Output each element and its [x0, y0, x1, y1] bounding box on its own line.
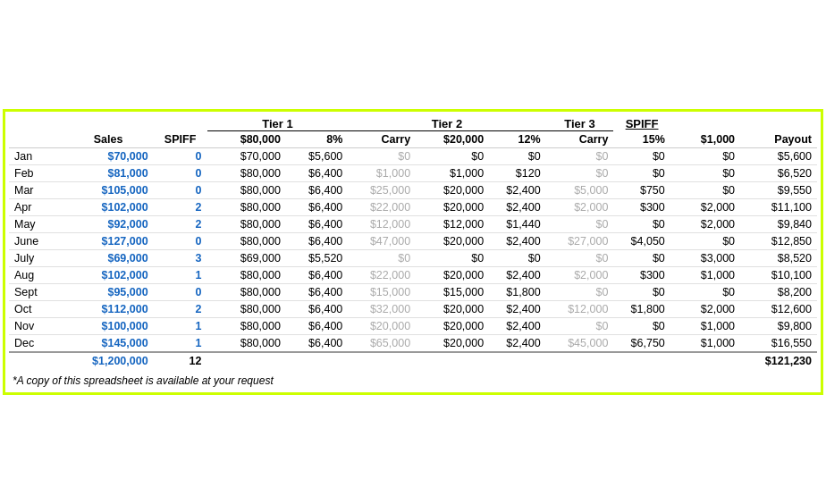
- cell-sales: $70,000: [63, 148, 154, 165]
- cell-payout: $9,550: [740, 182, 817, 199]
- cell-t2cap: $20,000: [416, 182, 489, 199]
- cell-t2carry: $2,000: [546, 267, 614, 284]
- cell-sales: $102,000: [63, 199, 154, 216]
- cell-month: Mar: [9, 182, 63, 199]
- cell-t1cap: $70,000: [207, 148, 286, 165]
- empty-header2: [670, 115, 740, 131]
- table-row: June$127,0000$80,000$6,400$47,000$20,000…: [9, 233, 817, 250]
- cell-spiffval: $2,000: [670, 216, 740, 233]
- cell-t1cap: $80,000: [207, 199, 286, 216]
- cell-t2cap: $20,000: [416, 318, 489, 335]
- cell-t2carry: $0: [546, 216, 614, 233]
- cell-spiff: 0: [154, 284, 207, 301]
- cell-sales: $81,000: [63, 165, 154, 182]
- cell-t2earn: $2,400: [489, 301, 545, 318]
- col-carry-header: Carry: [348, 131, 416, 148]
- cell-spiffval: $2,000: [670, 199, 740, 216]
- cell-sales: $127,000: [63, 233, 154, 250]
- col-t1pct-header: 8%: [286, 131, 348, 148]
- cell-spiffval: $3,000: [670, 250, 740, 267]
- tier3-header: Tier 3: [546, 115, 614, 131]
- total-month: [9, 352, 63, 369]
- cell-t1earn: $5,600: [286, 148, 348, 165]
- table-row: Oct$112,0002$80,000$6,400$32,000$20,000$…: [9, 301, 817, 318]
- cell-t1cap: $69,000: [207, 250, 286, 267]
- table-row: Mar$105,0000$80,000$6,400$25,000$20,000$…: [9, 182, 817, 199]
- cell-sales: $112,000: [63, 301, 154, 318]
- tier-header-row: Tier 1 Tier 2 Tier 3 SPIFF: [9, 115, 817, 131]
- cell-t2earn: $2,400: [489, 182, 545, 199]
- cell-t3earn: $1,800: [613, 301, 670, 318]
- cell-t2earn: $1,440: [489, 216, 545, 233]
- cell-t2earn: $1,800: [489, 284, 545, 301]
- cell-t1earn: $6,400: [286, 335, 348, 353]
- table-row: Aug$102,0001$80,000$6,400$22,000$20,000$…: [9, 267, 817, 284]
- cell-t3earn: $0: [613, 216, 670, 233]
- cell-spiff: 2: [154, 199, 207, 216]
- tier1-header: Tier 1: [207, 115, 349, 131]
- cell-payout: $12,850: [740, 233, 817, 250]
- total-row: $1,200,000 12 $121,230: [9, 352, 817, 369]
- cell-carry: $20,000: [348, 318, 416, 335]
- cell-carry: $22,000: [348, 199, 416, 216]
- total-empty: [207, 352, 741, 369]
- col-spiff-header: SPIFF: [154, 131, 207, 148]
- cell-t3earn: $4,050: [613, 233, 670, 250]
- cell-payout: $11,100: [740, 199, 817, 216]
- cell-carry: $15,000: [348, 284, 416, 301]
- cell-t2carry: $0: [546, 250, 614, 267]
- cell-t2carry: $45,000: [546, 335, 614, 353]
- cell-t3earn: $0: [613, 250, 670, 267]
- cell-spiff: 1: [154, 335, 207, 353]
- col-spiffval-header: $1,000: [670, 131, 740, 148]
- table-row: Dec$145,0001$80,000$6,400$65,000$20,000$…: [9, 335, 817, 353]
- cell-month: July: [9, 250, 63, 267]
- cell-t2earn: $2,400: [489, 335, 545, 353]
- cell-t3earn: $0: [613, 165, 670, 182]
- cell-spiffval: $2,000: [670, 301, 740, 318]
- cell-month: Oct: [9, 301, 63, 318]
- cell-t2carry: $5,000: [546, 182, 614, 199]
- cell-carry: $22,000: [348, 267, 416, 284]
- col-sales-header: Sales: [63, 131, 154, 148]
- col-t2cap-header: $20,000: [416, 131, 489, 148]
- cell-t2carry: $27,000: [546, 233, 614, 250]
- cell-t1cap: $80,000: [207, 216, 286, 233]
- col-t1cap-header: $80,000: [207, 131, 286, 148]
- cell-t2earn: $120: [489, 165, 545, 182]
- cell-spiff: 0: [154, 148, 207, 165]
- cell-payout: $5,600: [740, 148, 817, 165]
- cell-t1earn: $6,400: [286, 199, 348, 216]
- cell-month: Apr: [9, 199, 63, 216]
- cell-sales: $92,000: [63, 216, 154, 233]
- cell-spiff: 1: [154, 318, 207, 335]
- tier2-header: Tier 2: [348, 115, 545, 131]
- cell-t2carry: $2,000: [546, 199, 614, 216]
- cell-t3earn: $0: [613, 284, 670, 301]
- table-row: Nov$100,0001$80,000$6,400$20,000$20,000$…: [9, 318, 817, 335]
- cell-month: May: [9, 216, 63, 233]
- cell-t2earn: $2,400: [489, 318, 545, 335]
- col-t3pct-header: 15%: [613, 131, 670, 148]
- cell-t2carry: $0: [546, 318, 614, 335]
- commission-table: Tier 1 Tier 2 Tier 3 SPIFF Sales SPIFF $…: [9, 115, 817, 389]
- cell-month: Sept: [9, 284, 63, 301]
- cell-carry: $32,000: [348, 301, 416, 318]
- cell-t2earn: $0: [489, 148, 545, 165]
- cell-t1cap: $80,000: [207, 267, 286, 284]
- cell-t3earn: $0: [613, 148, 670, 165]
- cell-t1earn: $6,400: [286, 301, 348, 318]
- cell-payout: $10,100: [740, 267, 817, 284]
- total-sales: $1,200,000: [63, 352, 154, 369]
- cell-spiffval: $1,000: [670, 335, 740, 353]
- cell-t2cap: $20,000: [416, 199, 489, 216]
- cell-sales: $105,000: [63, 182, 154, 199]
- cell-spiff: 1: [154, 267, 207, 284]
- cell-t3earn: $0: [613, 318, 670, 335]
- cell-t1cap: $80,000: [207, 165, 286, 182]
- cell-t3earn: $300: [613, 267, 670, 284]
- cell-t1cap: $80,000: [207, 284, 286, 301]
- cell-carry: $0: [348, 250, 416, 267]
- cell-t2earn: $2,400: [489, 233, 545, 250]
- cell-t1cap: $80,000: [207, 233, 286, 250]
